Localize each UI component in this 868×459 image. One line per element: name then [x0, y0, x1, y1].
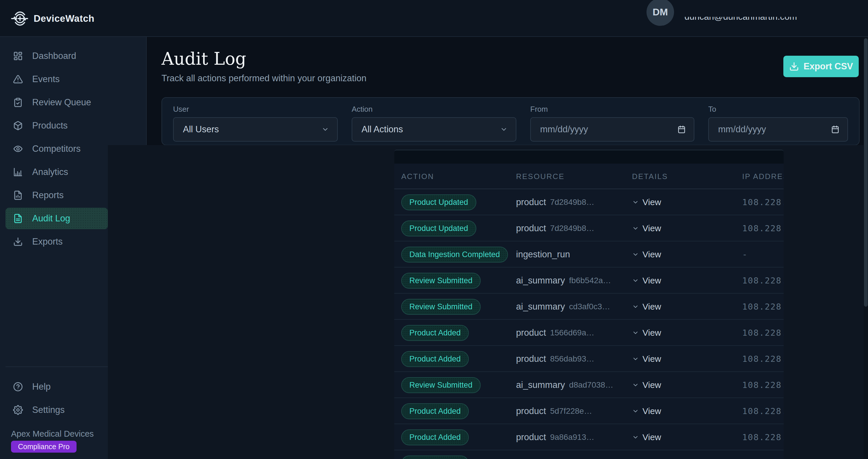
action-badge: Product Added	[401, 325, 469, 341]
sidebar-item-exports[interactable]: Exports	[5, 231, 108, 252]
file-chart-icon	[13, 190, 23, 200]
audit-table-card: ACTIONRESOURCEDETAILSIP ADDRESS Product …	[394, 150, 784, 459]
sidebar-item-review-queue[interactable]: Review Queue	[5, 92, 108, 113]
filter-label: User	[173, 105, 338, 114]
action-select[interactable]: All Actions	[352, 117, 516, 142]
sidebar-item-events[interactable]: Events	[5, 68, 108, 90]
action-badge: Review Submitted	[401, 377, 481, 393]
view-details-toggle[interactable]: View	[632, 372, 661, 398]
resource-type: ai_summary	[516, 275, 565, 286]
alert-triangle-icon	[13, 74, 23, 84]
resource-type: ingestion_run	[516, 249, 570, 260]
view-details-toggle[interactable]: View	[632, 267, 661, 294]
table-row: Product Addedproduct9a86a913…View108.228…	[394, 424, 784, 450]
resource-type: product	[516, 197, 546, 207]
content-panel: ACTIONRESOURCEDETAILSIP ADDRESS Product …	[108, 145, 864, 459]
file-text-icon	[13, 213, 23, 223]
view-label: View	[643, 432, 661, 442]
view-details-toggle[interactable]: View	[632, 189, 661, 215]
avatar[interactable]: DM	[647, 0, 674, 26]
resource-id: 1566d69a…	[550, 328, 594, 338]
chevron-down-icon	[632, 277, 639, 284]
download-icon	[13, 237, 23, 247]
resource-id: 5d7f228e…	[550, 406, 592, 416]
sidebar-item-settings[interactable]: Settings	[5, 399, 108, 421]
resource-type: product	[516, 223, 546, 234]
chevron-down-icon	[632, 199, 639, 206]
sidebar-item-help[interactable]: Help	[5, 376, 108, 398]
resource-id: 9a86a913…	[550, 433, 594, 442]
select-value: All Actions	[362, 124, 500, 135]
sidebar-item-audit-log[interactable]: Audit Log	[5, 208, 108, 229]
view-details-toggle[interactable]: View	[632, 294, 661, 320]
download-icon	[789, 61, 799, 71]
action-badge: Review Submitted	[401, 299, 481, 315]
resource-id: d8ad7038…	[569, 380, 614, 390]
brand-name: DeviceWatch	[34, 13, 94, 24]
sidebar-item-label: Events	[32, 74, 60, 84]
export-csv-button[interactable]: Export CSV	[783, 56, 859, 77]
view-details-toggle[interactable]: View	[632, 398, 661, 424]
ip-address: 108.228.3	[742, 354, 784, 364]
view-details-toggle[interactable]: View	[632, 424, 661, 450]
view-label: View	[643, 380, 661, 390]
table-row: Review Submittedai_summarycd3af0c3…View1…	[394, 294, 784, 320]
chevron-down-icon	[632, 434, 639, 441]
sidebar-item-label: Settings	[32, 405, 65, 415]
resource-type: product	[516, 327, 546, 338]
sidebar-item-reports[interactable]: Reports	[5, 184, 108, 206]
action-badge: Product Added	[401, 351, 469, 367]
sidebar-item-competitors[interactable]: Competitors	[5, 138, 108, 160]
clipboard-check-icon	[13, 97, 23, 107]
to-date-input[interactable]: mm/dd/yyyy	[708, 117, 848, 142]
filter-label: From	[530, 105, 694, 114]
scrollbar-thumb[interactable]	[864, 38, 868, 307]
table-row: Product AddedproductView108.228.3	[394, 450, 784, 459]
user-select[interactable]: All Users	[173, 117, 338, 142]
table-toolbar	[394, 150, 784, 164]
sidebar-item-dashboard[interactable]: Dashboard	[5, 45, 108, 67]
resource-id: 856dab93…	[550, 354, 594, 364]
sidebar-item-label: Products	[32, 120, 67, 131]
ip-address: 108.228.3	[742, 276, 784, 286]
sidebar-item-analytics[interactable]: Analytics	[5, 161, 108, 183]
chevron-down-icon	[500, 126, 508, 133]
sidebar-item-label: Review Queue	[32, 97, 91, 108]
top-bar: DeviceWatch DM duncan@duncanmartin.com	[0, 0, 868, 37]
filter-field-from: Frommm/dd/yyyy	[530, 105, 694, 142]
view-details-toggle[interactable]: View	[632, 346, 661, 372]
from-date-input[interactable]: mm/dd/yyyy	[530, 117, 694, 142]
table-row: Product Updatedproduct7d2849b8…View108.2…	[394, 189, 784, 215]
date-placeholder: mm/dd/yyyy	[718, 124, 831, 135]
sidebar-item-label: Exports	[32, 236, 63, 247]
resource-type: product	[516, 406, 546, 417]
view-details-toggle[interactable]: View	[632, 241, 661, 267]
resource-id: 7d2849b8…	[550, 198, 594, 207]
help-circle-icon	[13, 382, 23, 392]
table-row: Product Updatedproduct7d2849b8…View108.2…	[394, 215, 784, 241]
filter-label: To	[708, 105, 848, 114]
table-row: Product Addedproduct856dab93…View108.228…	[394, 346, 784, 372]
view-details-toggle[interactable]: View	[632, 450, 661, 459]
calendar-icon	[678, 125, 686, 134]
sidebar-item-label: Dashboard	[32, 51, 76, 61]
view-label: View	[643, 328, 661, 338]
chevron-down-icon	[632, 329, 639, 336]
view-label: View	[643, 354, 661, 364]
export-csv-label: Export CSV	[804, 61, 853, 71]
sidebar-item-label: Competitors	[32, 144, 81, 154]
devicewatch-logo-icon	[10, 9, 30, 28]
view-label: View	[643, 406, 661, 416]
chevron-down-icon	[632, 251, 639, 258]
table-row: Product Addedproduct1566d69a…View108.228…	[394, 320, 784, 346]
ip-address: 108.228.3	[742, 197, 784, 207]
action-badge: Product Added	[401, 403, 469, 419]
sidebar-item-label: Reports	[32, 190, 64, 200]
view-label: View	[643, 223, 661, 233]
ip-address: 108.228.3	[742, 328, 784, 338]
table-row: Data Ingestion Completedingestion_runVie…	[394, 241, 784, 267]
view-details-toggle[interactable]: View	[632, 320, 661, 346]
sidebar-item-products[interactable]: Products	[5, 115, 108, 136]
view-label: View	[643, 302, 661, 312]
view-details-toggle[interactable]: View	[632, 215, 661, 241]
